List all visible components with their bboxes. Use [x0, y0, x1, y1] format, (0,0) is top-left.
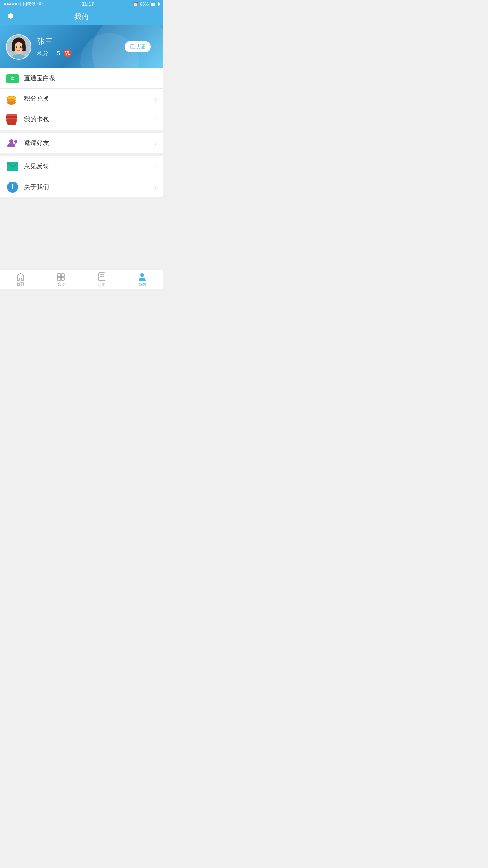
zhitongbao-label: 直通宝白条	[24, 74, 155, 83]
menu-item-feedback[interactable]: 意见反馈 ›	[0, 156, 163, 177]
tab-home-label: 首页	[17, 281, 24, 287]
person-icon	[139, 272, 146, 281]
tab-mine-label: 我的	[138, 282, 146, 287]
tab-home[interactable]: 首页	[0, 270, 41, 289]
tab-ship-label: 发货	[57, 281, 65, 287]
info-circle-icon: !	[7, 182, 18, 193]
profile-arrow-icon: ›	[155, 43, 157, 50]
points-arrow-icon: ›	[155, 96, 157, 102]
feedback-icon	[6, 160, 19, 173]
certified-button[interactable]: 已认证	[125, 41, 151, 52]
about-icon: !	[6, 180, 19, 194]
svg-point-10	[9, 139, 13, 143]
battery-percent: 63%	[140, 2, 149, 6]
status-bar: 中国移动 11:17 ⏰ 63%	[0, 0, 163, 8]
svg-point-7	[15, 48, 17, 50]
zhitongbao-icon	[6, 72, 19, 85]
gray-spacer	[0, 200, 163, 279]
profile-points: 积分： 5 V1	[37, 49, 125, 58]
wallet-label: 我的卡包	[24, 116, 155, 124]
tab-order[interactable]: 订单	[81, 270, 122, 289]
svg-point-8	[21, 48, 23, 50]
invite-label: 邀请好友	[24, 139, 155, 147]
svg-point-6	[20, 46, 22, 48]
svg-rect-17	[99, 273, 105, 281]
wallet-icon	[6, 113, 19, 126]
carrier-label: 中国移动	[18, 1, 36, 7]
points-value: 5	[57, 50, 60, 57]
menu-item-about[interactable]: ! 关于我们 ›	[0, 177, 163, 197]
battery-icon	[150, 2, 159, 6]
page-header: 我的	[0, 8, 163, 25]
order-icon	[98, 272, 105, 281]
tab-ship[interactable]: 发货	[41, 270, 82, 289]
svg-point-11	[14, 140, 17, 143]
svg-rect-3	[12, 44, 15, 51]
time-label: 11:17	[82, 1, 94, 7]
coins-icon	[6, 92, 19, 106]
menu-section-support: 意见反馈 › ! 关于我们 ›	[0, 156, 163, 197]
menu-section-invite: 邀请好友 ›	[0, 133, 163, 153]
points-exchange-label: 积分兑换	[24, 95, 155, 103]
menu-item-points[interactable]: 积分兑换 ›	[0, 89, 163, 109]
points-label: 积分：	[37, 50, 54, 57]
zhitongbao-arrow-icon: ›	[155, 75, 157, 82]
person-invite-icon	[6, 136, 19, 150]
status-left: 中国移动	[4, 1, 43, 7]
page-title: 我的	[74, 12, 88, 21]
home-icon	[16, 273, 25, 281]
menu-item-zhitongbao[interactable]: 直通宝白条 ›	[0, 68, 163, 89]
svg-rect-13	[57, 274, 61, 277]
v1-badge: V1	[63, 49, 72, 58]
tab-order-label: 订单	[98, 282, 106, 287]
profile-actions: 已认证 ›	[125, 41, 157, 52]
feedback-label: 意见反馈	[24, 162, 155, 171]
feedback-arrow-icon: ›	[155, 164, 157, 170]
menu-item-invite[interactable]: 邀请好友 ›	[0, 133, 163, 153]
wifi-icon	[37, 2, 43, 7]
menu-section-financial: 直通宝白条 › 积分兑换 › 我的卡包	[0, 68, 163, 130]
profile-info: 张三 积分： 5 V1	[37, 36, 125, 58]
menu-item-wallet[interactable]: 我的卡包 ›	[0, 109, 163, 130]
alarm-icon: ⏰	[133, 2, 138, 7]
avatar[interactable]	[6, 34, 31, 60]
profile-name: 张三	[37, 36, 125, 47]
svg-point-21	[140, 273, 144, 277]
svg-rect-15	[57, 277, 61, 280]
svg-point-5	[16, 46, 17, 48]
svg-rect-14	[61, 274, 64, 277]
svg-rect-4	[22, 44, 25, 51]
main-content: 直通宝白条 › 积分兑换 › 我的卡包	[0, 68, 163, 289]
signal-dots	[4, 3, 17, 5]
invite-arrow-icon: ›	[155, 140, 157, 146]
status-right: ⏰ 63%	[133, 2, 159, 7]
tab-bar: 首页 发货 订单 我的	[0, 270, 163, 289]
profile-banner[interactable]: 张三 积分： 5 V1 已认证 ›	[0, 25, 163, 68]
settings-icon[interactable]	[6, 11, 15, 22]
about-label: 关于我们	[24, 183, 155, 191]
tab-mine[interactable]: 我的	[122, 270, 163, 289]
ship-icon	[57, 273, 65, 281]
about-arrow-icon: ›	[155, 184, 157, 190]
svg-rect-16	[61, 277, 64, 280]
wallet-arrow-icon: ›	[155, 116, 157, 123]
